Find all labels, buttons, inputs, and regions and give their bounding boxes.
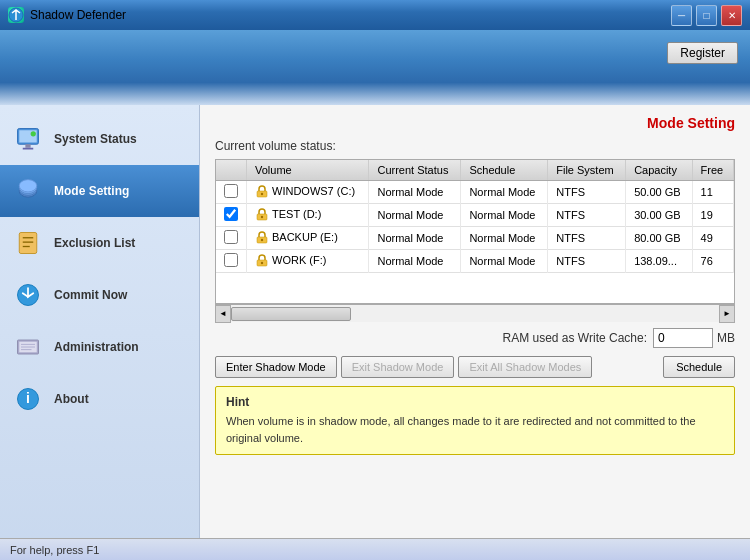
col-header-schedule: Schedule bbox=[461, 160, 548, 181]
svg-point-5 bbox=[31, 131, 36, 136]
col-header-volume: Volume bbox=[247, 160, 369, 181]
cell-0-row-2: Normal Mode bbox=[369, 227, 461, 250]
volume-table-container: Volume Current Status Schedule File Syst… bbox=[215, 159, 735, 304]
cell-0-row-3: Normal Mode bbox=[369, 250, 461, 273]
main-layout: System Status Mode Setting bbox=[0, 105, 750, 560]
cell-1-row-1: Normal Mode bbox=[461, 204, 548, 227]
sidebar-item-commit-now[interactable]: Commit Now bbox=[0, 269, 199, 321]
ram-section: RAM used as Write Cache: MB bbox=[215, 328, 735, 348]
exit-shadow-mode-button[interactable]: Exit Shadow Mode bbox=[341, 356, 455, 378]
close-button[interactable]: ✕ bbox=[721, 5, 742, 26]
svg-rect-10 bbox=[19, 233, 37, 254]
system-status-icon bbox=[12, 123, 44, 155]
cell-2-row-1: NTFS bbox=[548, 204, 626, 227]
sidebar-label-about: About bbox=[54, 392, 89, 406]
hint-text: When volume is in shadow mode, all chang… bbox=[226, 413, 724, 446]
cell-volume-0: WINDOWS7 (C:) bbox=[247, 181, 369, 204]
scroll-track[interactable] bbox=[231, 305, 719, 323]
commit-now-icon bbox=[12, 279, 44, 311]
cell-4-row-3: 76 bbox=[692, 250, 733, 273]
scroll-left-arrow[interactable]: ◄ bbox=[215, 305, 231, 323]
ram-label: RAM used as Write Cache: bbox=[503, 331, 648, 345]
app-icon bbox=[8, 7, 24, 23]
svg-rect-3 bbox=[25, 144, 30, 148]
cell-0-row-0: Normal Mode bbox=[369, 181, 461, 204]
lock-icon bbox=[255, 253, 269, 267]
exit-all-shadow-modes-button[interactable]: Exit All Shadow Modes bbox=[458, 356, 592, 378]
mode-setting-icon bbox=[12, 175, 44, 207]
table-row: WORK (F:) Normal ModeNormal ModeNTFS138.… bbox=[216, 250, 734, 273]
svg-point-27 bbox=[261, 239, 263, 241]
row-checkbox-1[interactable] bbox=[224, 207, 238, 221]
row-checkbox-0[interactable] bbox=[224, 184, 238, 198]
svg-point-9 bbox=[19, 180, 37, 192]
col-header-current-status: Current Status bbox=[369, 160, 461, 181]
cell-1-row-3: Normal Mode bbox=[461, 250, 548, 273]
table-row: TEST (D:) Normal ModeNormal ModeNTFS30.0… bbox=[216, 204, 734, 227]
content-area: Mode Setting Current volume status: Volu… bbox=[200, 105, 750, 560]
page-title: Mode Setting bbox=[215, 115, 735, 131]
lock-icon bbox=[255, 207, 269, 221]
cell-3-row-0: 50.00 GB bbox=[626, 181, 692, 204]
sidebar-item-system-status[interactable]: System Status bbox=[0, 113, 199, 165]
col-header-capacity: Capacity bbox=[626, 160, 692, 181]
cell-volume-3: WORK (F:) bbox=[247, 250, 369, 273]
volume-table-body: WINDOWS7 (C:) Normal ModeNormal ModeNTFS… bbox=[216, 181, 734, 273]
table-row: BACKUP (E:) Normal ModeNormal ModeNTFS80… bbox=[216, 227, 734, 250]
schedule-button[interactable]: Schedule bbox=[663, 356, 735, 378]
table-scrollbar[interactable]: ◄ ► bbox=[215, 304, 735, 322]
row-checkbox-3[interactable] bbox=[224, 253, 238, 267]
exclusion-list-icon bbox=[12, 227, 44, 259]
title-bar: Shadow Defender ─ □ ✕ bbox=[0, 0, 750, 30]
col-header-filesystem: File System bbox=[548, 160, 626, 181]
sidebar-label-commit-now: Commit Now bbox=[54, 288, 127, 302]
sidebar-label-mode-setting: Mode Setting bbox=[54, 184, 129, 198]
volume-table: Volume Current Status Schedule File Syst… bbox=[216, 160, 734, 273]
sidebar-item-about[interactable]: i About bbox=[0, 373, 199, 425]
sidebar-item-exclusion-list[interactable]: Exclusion List bbox=[0, 217, 199, 269]
sidebar-label-administration: Administration bbox=[54, 340, 139, 354]
cell-2-row-0: NTFS bbox=[548, 181, 626, 204]
cell-3-row-1: 30.00 GB bbox=[626, 204, 692, 227]
cell-2-row-2: NTFS bbox=[548, 227, 626, 250]
svg-text:i: i bbox=[26, 390, 30, 406]
administration-icon bbox=[12, 331, 44, 363]
status-bar: For help, press F1 bbox=[0, 538, 750, 560]
about-icon: i bbox=[12, 383, 44, 415]
ram-input[interactable] bbox=[653, 328, 713, 348]
scroll-thumb[interactable] bbox=[231, 307, 351, 321]
row-checkbox-2[interactable] bbox=[224, 230, 238, 244]
hint-box: Hint When volume is in shadow mode, all … bbox=[215, 386, 735, 455]
sidebar-item-administration[interactable]: Administration bbox=[0, 321, 199, 373]
minimize-button[interactable]: ─ bbox=[671, 5, 692, 26]
sidebar: System Status Mode Setting bbox=[0, 105, 200, 560]
svg-rect-4 bbox=[23, 148, 34, 150]
cell-1-row-0: Normal Mode bbox=[461, 181, 548, 204]
scroll-right-arrow[interactable]: ► bbox=[719, 305, 735, 323]
header-area: Register bbox=[0, 30, 750, 105]
cell-4-row-1: 19 bbox=[692, 204, 733, 227]
enter-shadow-mode-button[interactable]: Enter Shadow Mode bbox=[215, 356, 337, 378]
cell-3-row-2: 80.00 GB bbox=[626, 227, 692, 250]
svg-point-25 bbox=[261, 216, 263, 218]
cell-4-row-2: 49 bbox=[692, 227, 733, 250]
button-row: Enter Shadow Mode Exit Shadow Mode Exit … bbox=[215, 356, 735, 378]
status-text: For help, press F1 bbox=[10, 544, 99, 556]
ram-unit: MB bbox=[717, 331, 735, 345]
cell-4-row-0: 11 bbox=[692, 181, 733, 204]
lock-icon bbox=[255, 230, 269, 244]
register-button[interactable]: Register bbox=[667, 42, 738, 64]
maximize-button[interactable]: □ bbox=[696, 5, 717, 26]
lock-icon bbox=[255, 184, 269, 198]
svg-point-29 bbox=[261, 262, 263, 264]
sidebar-label-system-status: System Status bbox=[54, 132, 137, 146]
cell-volume-1: TEST (D:) bbox=[247, 204, 369, 227]
hint-title: Hint bbox=[226, 395, 724, 409]
table-row: WINDOWS7 (C:) Normal ModeNormal ModeNTFS… bbox=[216, 181, 734, 204]
cell-2-row-3: NTFS bbox=[548, 250, 626, 273]
sidebar-label-exclusion-list: Exclusion List bbox=[54, 236, 135, 250]
cell-0-row-1: Normal Mode bbox=[369, 204, 461, 227]
volume-status-label: Current volume status: bbox=[215, 139, 735, 153]
title-text: Shadow Defender bbox=[30, 8, 126, 22]
sidebar-item-mode-setting[interactable]: Mode Setting bbox=[0, 165, 199, 217]
